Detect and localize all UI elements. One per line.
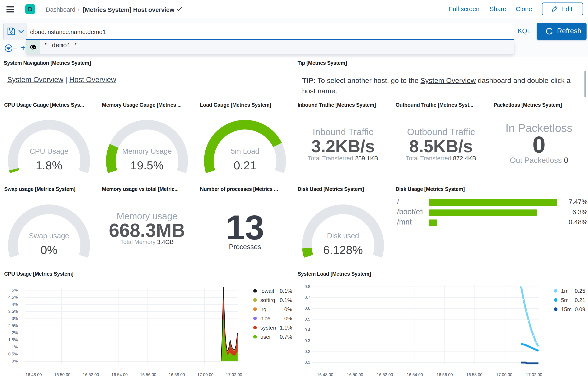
svg-text:v: v [33,46,35,49]
